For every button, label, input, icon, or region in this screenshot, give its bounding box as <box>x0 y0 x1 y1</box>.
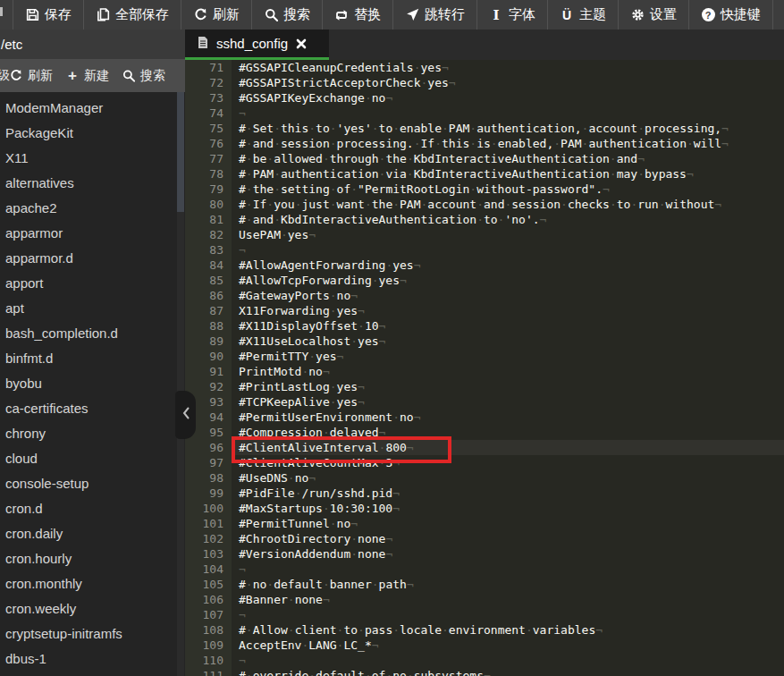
code-line-98: #UseDNS·no¬ <box>232 470 784 486</box>
toolbar-button-label: 搜索 <box>283 6 310 23</box>
sidebar-button-label: 新建 <box>84 68 109 84</box>
search-icon <box>264 8 278 22</box>
code-line-92: #PrintLastLog·yes¬ <box>232 379 784 394</box>
file-tree-item-byobu[interactable]: byobu <box>0 371 185 396</box>
tab-sshd-config[interactable]: sshd_config <box>185 30 329 60</box>
line-number: 89 <box>185 334 232 349</box>
line-number: 86 <box>185 288 232 303</box>
file-tree-item-cron.daily[interactable]: cron.daily <box>0 521 185 546</box>
sidebar-scrollbar-thumb[interactable] <box>177 92 184 212</box>
file-tree-item-X11[interactable]: X11 <box>0 146 185 171</box>
toolbar-button-search[interactable]: 搜索 <box>251 0 322 30</box>
line-number: 108 <box>185 622 232 638</box>
line-number: 104 <box>185 562 232 577</box>
toolbar-button-settings[interactable]: 设置 <box>618 0 688 30</box>
toolbar-button-cutoff[interactable] <box>0 0 13 30</box>
code-line-102: #ChrootDirectory·none¬ <box>232 531 784 546</box>
toolbar-button-save[interactable]: 保存 <box>13 0 83 30</box>
toolbar-button-replace[interactable]: 替换 <box>322 0 392 30</box>
file-tree-item-apport[interactable]: apport <box>0 271 185 296</box>
line-number: 110 <box>185 653 232 668</box>
toolbar-button-save-all[interactable]: 全部保存 <box>83 0 181 30</box>
code-line-91: PrintMotd·no¬ <box>232 364 784 379</box>
line-number: 102 <box>185 531 232 546</box>
sidebar-plus-button[interactable]: +新建 <box>66 68 109 84</box>
code-line-99: #PidFile·/run/sshd.pid¬ <box>232 486 784 501</box>
file-tree-item-ModemManager[interactable]: ModemManager <box>0 96 185 121</box>
close-icon[interactable] <box>296 38 307 49</box>
code-line-78: #·PAM·authentication·via·KbdInteractiveA… <box>232 166 784 182</box>
line-number: 74 <box>185 106 232 121</box>
code-line-104: ¬ <box>232 562 784 577</box>
toolbar-button-theme[interactable]: Ü主题 <box>547 0 618 30</box>
line-number: 111 <box>185 668 232 676</box>
line-number: 73 <box>185 90 232 106</box>
refresh-icon <box>193 8 207 22</box>
file-tree-item-cron.d[interactable]: cron.d <box>0 496 185 521</box>
file-tree-item-bash_completion.d[interactable]: bash_completion.d <box>0 321 185 346</box>
editor-toolbar: 保存全部保存刷新搜索替换跳转行I字体Ü主题设置?快捷键文件 <box>0 0 784 30</box>
line-number: 81 <box>185 212 232 227</box>
code-line-90: #PermitTTY·yes¬ <box>232 349 784 364</box>
sidebar-collapse-button[interactable] <box>175 391 196 439</box>
code-line-71: #GSSAPICleanupCredentials·yes¬ <box>232 60 784 75</box>
file-tree-item-chrony[interactable]: chrony <box>0 421 185 446</box>
sidebar-refresh-button[interactable]: 刷新 <box>10 68 53 84</box>
code-line-94: #PermitUserEnvironment·no¬ <box>232 410 784 425</box>
toolbar-button-font[interactable]: I字体 <box>476 0 547 30</box>
line-number: 71 <box>185 60 232 75</box>
file-tree-item-apache2[interactable]: apache2 <box>0 196 185 221</box>
search-icon <box>122 70 135 82</box>
sidebar-scrollbar[interactable] <box>177 92 184 676</box>
file-tree-item-apt[interactable]: apt <box>0 296 185 321</box>
file-tree-item-ca-certificates[interactable]: ca-certificates <box>0 396 185 421</box>
toolbar-button-history[interactable]: 文件 <box>772 0 784 30</box>
replace-icon <box>334 8 349 22</box>
line-number: 82 <box>185 227 232 242</box>
file-tree-item-apparmor[interactable]: apparmor <box>0 221 185 246</box>
current-directory-label: /etc <box>1 37 22 52</box>
file-tree-item-cron.hourly[interactable]: cron.hourly <box>0 546 185 571</box>
shortcuts-icon: ? <box>701 8 715 22</box>
code-line-83: ¬ <box>232 242 784 258</box>
line-number: 105 <box>185 577 232 592</box>
file-tree-item-alternatives[interactable]: alternatives <box>0 171 185 196</box>
sidebar-button-label: 刷新 <box>28 68 53 84</box>
toolbar-button-goto-line[interactable]: 跳转行 <box>392 0 476 30</box>
toolbar-button-label: 保存 <box>45 6 72 23</box>
code-line-107: ¬ <box>232 607 784 622</box>
code-line-79: #·the·setting·of·"PermitRootLogin·withou… <box>232 182 784 197</box>
file-tree-item-apparmor.d[interactable]: apparmor.d <box>0 246 185 271</box>
line-number: 92 <box>185 379 232 394</box>
toolbar-button-refresh[interactable]: 刷新 <box>181 0 251 30</box>
code-line-100: #MaxStartups·10:30:100¬ <box>232 501 784 516</box>
sidebar-toolbar: 级刷新+新建搜索 <box>0 59 185 92</box>
line-number: 100 <box>185 501 232 516</box>
file-tree-item-cryptsetup-initramfs[interactable]: cryptsetup-initramfs <box>0 621 185 646</box>
line-number: 91 <box>185 364 232 379</box>
line-number: 80 <box>185 197 232 212</box>
file-tree-item-cloud[interactable]: cloud <box>0 446 185 471</box>
code-line-76: #·and·session·processing.·If·this·is·ena… <box>232 136 784 151</box>
line-number: 79 <box>185 182 232 197</box>
toolbar-button-label: 跳转行 <box>425 6 465 23</box>
file-tree-item-cron.monthly[interactable]: cron.monthly <box>0 571 185 596</box>
file-icon <box>198 36 208 52</box>
code-line-89: #X11UseLocalhost·yes¬ <box>232 334 784 349</box>
file-tree-item-cron.weekly[interactable]: cron.weekly <box>0 596 185 621</box>
file-tree-item-console-setup[interactable]: console-setup <box>0 471 185 496</box>
toolbar-button-shortcuts[interactable]: ?快捷键 <box>688 0 772 30</box>
sidebar-parent-dir-button[interactable]: 级 <box>0 68 10 84</box>
code-editor[interactable]: 7172737475767778798081828384858687888990… <box>185 60 784 676</box>
file-tree-item-dbus-1[interactable]: dbus-1 <box>0 646 185 672</box>
code-line-93: #TCPKeepAlive·yes¬ <box>232 394 784 410</box>
line-number: 88 <box>185 318 232 334</box>
code-line-106: #Banner·none¬ <box>232 592 784 607</box>
tab-bar: sshd_config <box>185 30 784 60</box>
line-number: 96 <box>185 440 232 455</box>
file-tree-item-binfmt.d[interactable]: binfmt.d <box>0 346 185 371</box>
sidebar-search-button[interactable]: 搜索 <box>122 68 165 84</box>
file-tree-item-PackageKit[interactable]: PackageKit <box>0 121 185 146</box>
code-line-74: ¬ <box>232 106 784 121</box>
line-number: 72 <box>185 75 232 90</box>
